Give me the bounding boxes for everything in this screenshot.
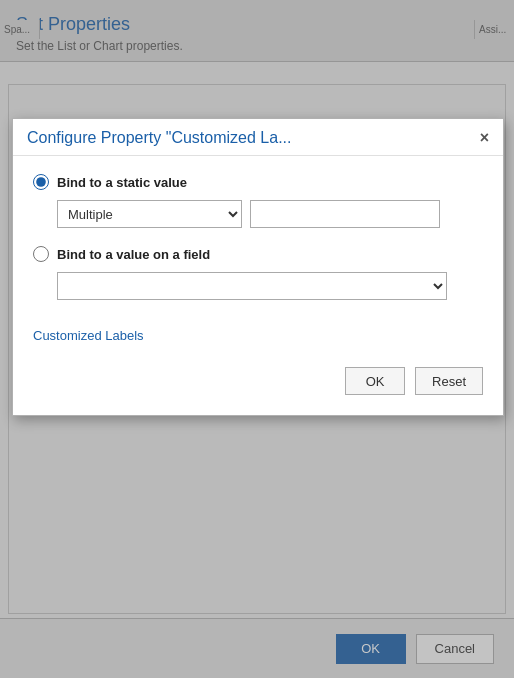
static-value-dropdown[interactable]: Multiple Single None <box>57 200 242 228</box>
reset-button[interactable]: Reset <box>415 367 483 395</box>
modal-body: Bind to a static value Multiple Single N… <box>13 156 503 353</box>
modal-footer: OK Reset <box>13 353 503 395</box>
static-value-row: Bind to a static value <box>33 174 483 190</box>
static-value-label: Bind to a static value <box>57 175 187 190</box>
static-value-radio[interactable] <box>33 174 49 190</box>
ok-button[interactable]: OK <box>345 367 405 395</box>
field-value-dropdown[interactable] <box>57 272 447 300</box>
static-value-text-input[interactable] <box>250 200 440 228</box>
field-value-row: Bind to a value on a field <box>33 246 483 262</box>
static-controls-row: Multiple Single None <box>57 200 483 228</box>
field-value-label: Bind to a value on a field <box>57 247 210 262</box>
modal-close-button[interactable]: × <box>480 130 489 146</box>
modal-header: Configure Property "Customized La... × <box>13 119 503 156</box>
field-value-radio[interactable] <box>33 246 49 262</box>
field-dropdown-row <box>57 272 483 300</box>
configure-property-modal: Configure Property "Customized La... × B… <box>12 118 504 416</box>
modal-title: Configure Property "Customized La... <box>27 129 291 147</box>
customized-labels-link[interactable]: Customized Labels <box>33 328 144 343</box>
